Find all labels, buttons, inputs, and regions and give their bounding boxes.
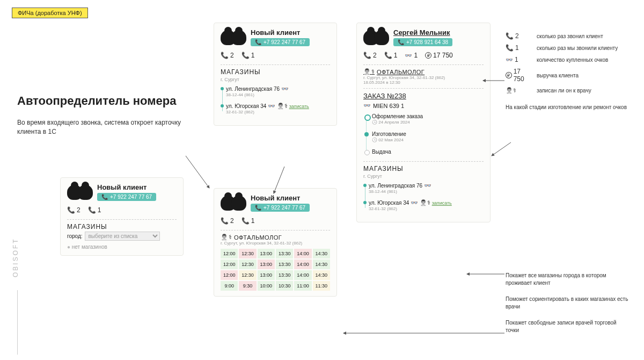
client-card-full: Сергей Мельник 📞+7 928 921 64 38 📞2 📞1 1…	[356, 23, 491, 222]
call-in-icon: 📞	[363, 52, 371, 59]
legend-note-slots: Покажет свободные записи врачей торговой…	[506, 319, 629, 334]
time-slot[interactable]: 14:30	[313, 260, 330, 269]
client-name[interactable]: Сергей Мельник	[393, 28, 452, 37]
time-slot[interactable]: 14:30	[313, 249, 330, 258]
call-in-icon: 📞	[506, 32, 514, 40]
city-value: г. Сургут	[221, 77, 330, 82]
doctor-icon: ⚕	[506, 87, 516, 94]
glasses-icon	[405, 52, 412, 59]
stat-calls-in: 📞2	[363, 52, 377, 59]
shop-item[interactable]: ул. Ленинградская 76 38-12-44 (861)	[369, 182, 484, 194]
page-subtitle: Во время входящего звонка, система откро…	[17, 118, 184, 136]
legend-note-shops: Покажет все магазины города в котором пр…	[506, 272, 629, 287]
time-slot[interactable]: 12:00	[221, 249, 238, 258]
time-slot[interactable]: 14:00	[294, 270, 311, 280]
phone-chip[interactable]: 📞+7 928 921 64 38	[393, 38, 452, 46]
order-title[interactable]: ЗАКАЗ №238	[363, 92, 484, 100]
svg-line-3	[492, 142, 511, 156]
time-slot[interactable]: 10:00	[258, 281, 275, 291]
legend-row-calls-out: 📞1сколько раз мы звонили клиенту	[506, 44, 629, 52]
city-select[interactable]: выберите из списка	[85, 232, 160, 241]
no-shops-msg: нет магазинов	[67, 244, 177, 250]
legend-note-stage: На какой стадии изготовление или ремонт …	[506, 104, 629, 111]
shop-item[interactable]: ул. Ленинградская 76 38-12-44 (861)	[226, 85, 330, 97]
time-slot[interactable]: 9:00	[221, 281, 238, 291]
timeline-step-1: Оформление заказа 24 Апреля 2024	[372, 113, 484, 125]
city-value: г. Сургут	[363, 174, 484, 179]
doctor-title[interactable]: ⚕ОФТАЛЬМОЛОГ	[363, 68, 484, 75]
time-slot[interactable]: 13:30	[276, 260, 293, 269]
doctor-date: 18.05.2024 в 12:30	[363, 80, 484, 85]
time-slot[interactable]: 12:30	[239, 249, 256, 258]
ruble-icon: ₽	[506, 72, 512, 78]
phone-chip[interactable]: 📞+7 922 247 77 67	[97, 193, 156, 201]
divider	[17, 290, 18, 355]
shops-title: МАГАЗИНЫ	[221, 68, 330, 76]
shops-title: МАГАЗИНЫ	[363, 165, 484, 172]
avatar-pair	[67, 185, 93, 200]
phone-chip[interactable]: 📞+7 922 247 77 67	[251, 204, 310, 212]
client-name: Новый клиент	[251, 194, 310, 202]
phone-icon: 📞	[255, 205, 261, 211]
client-card-new-3: Новый клиент 📞+7 922 247 77 67 📞2 📞1 ⚕ОФ…	[214, 188, 337, 297]
timeline-step-3: Выдача	[372, 149, 484, 155]
legend-row-doctor: ⚕записан ли он к врачу	[506, 87, 629, 94]
call-out-icon: 📞	[384, 52, 392, 59]
time-slot[interactable]: 12:30	[239, 260, 256, 269]
stat-calls-out: 📞1	[384, 52, 398, 59]
book-link[interactable]: записать	[289, 104, 309, 109]
time-slot[interactable]: 12:30	[239, 270, 256, 280]
shop-item[interactable]: ул. Югорская 34 ⚕ записать 32-61-32 (862…	[369, 199, 484, 211]
phone-chip[interactable]: 📞+7 922 247 77 67	[251, 38, 310, 46]
call-out-icon: 📞	[88, 206, 96, 214]
call-in-icon: 📞	[67, 206, 75, 214]
page-title: Автоопределитель номера	[17, 94, 176, 108]
svg-line-0	[186, 156, 209, 188]
feature-badge: ФИЧа (доработка УНФ)	[12, 8, 88, 18]
glasses-icon	[268, 103, 275, 109]
doctor-title: ⚕ОФТАЛЬМОЛОГ	[221, 234, 330, 241]
shop-item[interactable]: ул. Югорская 34 ⚕ записать 32-61-32 (862…	[226, 103, 330, 114]
time-slot[interactable]: 12:00	[221, 260, 238, 269]
ruble-icon: ₽	[425, 52, 431, 59]
doctor-address: г. Сургут, ул. Югорская 34, 32-61-32 (86…	[221, 241, 330, 246]
avatar-pair	[221, 30, 246, 45]
doctor-icon: ⚕	[420, 199, 430, 206]
avatar-pair	[363, 30, 389, 45]
stat-glasses: 1	[405, 52, 418, 59]
time-slot[interactable]: 14:30	[313, 270, 330, 280]
doctor-icon: ⚕	[277, 103, 288, 109]
time-slot[interactable]: 11:30	[313, 281, 330, 291]
phone-icon: 📞	[255, 39, 261, 45]
call-out-icon: 📞	[506, 44, 514, 52]
book-link[interactable]: записать	[432, 200, 452, 206]
doctor-address: г. Сургут, ул. Югорская 34, 32-61-32 (86…	[363, 75, 484, 80]
stat-calls-in: 📞2	[221, 52, 234, 59]
stat-calls-out: 📞1	[88, 206, 101, 214]
time-slot[interactable]: 11:00	[294, 281, 311, 291]
time-slot[interactable]: 13:00	[258, 270, 275, 280]
legend-row-calls-in: 📞2сколько раз звонил клиент	[506, 32, 629, 40]
call-in-icon: 📞	[221, 217, 229, 225]
time-slot[interactable]: 10:30	[276, 281, 293, 291]
glasses-icon	[363, 102, 371, 109]
time-slot[interactable]: 13:30	[276, 249, 293, 258]
time-slot[interactable]: 12:00	[221, 270, 238, 280]
time-slot[interactable]: 13:30	[276, 270, 293, 280]
city-label: город:	[67, 233, 83, 239]
stat-calls-in: 📞2	[67, 206, 80, 214]
glasses-icon	[424, 183, 431, 189]
client-name: Новый клиент	[251, 28, 310, 37]
order-product: MIEN 639 1	[363, 102, 484, 109]
time-slot[interactable]: 13:00	[258, 260, 275, 269]
phone-icon: 📞	[398, 39, 404, 45]
stat-calls-in: 📞2	[221, 217, 234, 225]
client-card-new-1: Новый клиент 📞+7 922 247 77 67 📞2 📞1 МАГ…	[60, 177, 184, 256]
time-slot[interactable]: 14:00	[294, 260, 311, 269]
brand-mark: OBISOFT	[12, 237, 19, 277]
stat-revenue: ₽17 750	[425, 52, 453, 59]
legend-panel: 📞2сколько раз звонил клиент 📞1сколько ра…	[506, 32, 629, 111]
time-slot[interactable]: 9:30	[239, 281, 256, 291]
time-slot[interactable]: 14:00	[294, 249, 311, 258]
time-slot[interactable]: 13:00	[258, 249, 275, 258]
